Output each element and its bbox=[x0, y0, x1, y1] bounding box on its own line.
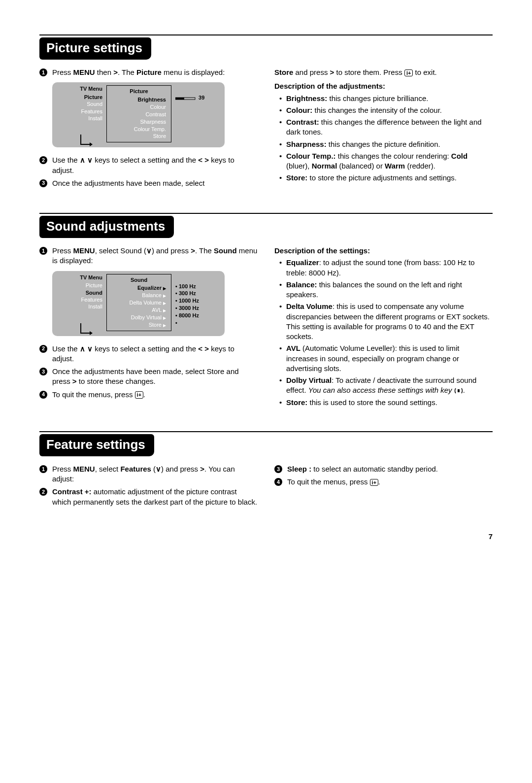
step-num-4: 4 bbox=[39, 391, 47, 399]
info-icon: i+ bbox=[404, 69, 413, 76]
sound-desc-list: Equalizer: to adjust the sound tone (fro… bbox=[274, 258, 493, 408]
feature-step-2: Contrast +: automatic adjustment of the … bbox=[52, 487, 258, 507]
right-arrow-icon: > bbox=[200, 465, 204, 473]
svg-rect-2 bbox=[458, 389, 460, 392]
osd-hook-icon bbox=[79, 135, 94, 148]
osd-sound-menu: TV Menu Picture Sound Features Install S… bbox=[52, 271, 225, 336]
sound-step-2: Use the ∧ ∨ keys to select a setting and… bbox=[52, 344, 258, 364]
osd-hz-item: 8000 Hz bbox=[179, 312, 199, 318]
osd-mid-item: Store bbox=[149, 322, 162, 328]
osd-hook-icon bbox=[79, 323, 94, 337]
picture-desc-head: Description of the adjustments: bbox=[274, 82, 385, 90]
osd-mid-head: Picture bbox=[112, 88, 166, 95]
osd-mid-item: Colour Temp. bbox=[112, 126, 166, 133]
step-num-1: 1 bbox=[39, 68, 47, 76]
sound-desc-head: Description of the settings: bbox=[274, 246, 370, 255]
feature-step-3: Sleep : to select an automatic standby p… bbox=[287, 464, 493, 474]
down-arrow-icon: ∨ bbox=[146, 246, 152, 255]
osd-mid-item: Colour bbox=[112, 103, 166, 111]
right-arrow-icon: > bbox=[330, 68, 334, 76]
picture-desc-list: Brightness: this changes picture brillia… bbox=[274, 94, 493, 183]
svg-rect-1 bbox=[175, 98, 184, 100]
info-icon: i+ bbox=[370, 479, 378, 486]
picture-step-1: Press MENU then >. The Picture menu is d… bbox=[52, 68, 258, 77]
sound-step-1: Press MENU, select Sound (∨) and press >… bbox=[52, 246, 258, 266]
step-num-3: 3 bbox=[39, 179, 47, 187]
osd-left-item: Sound bbox=[57, 101, 102, 107]
step-num-1: 1 bbox=[39, 465, 47, 473]
up-down-arrow-icon: ∧ ∨ bbox=[80, 156, 93, 164]
osd-picture-menu: TV Menu Picture Sound Features Install P… bbox=[52, 82, 225, 147]
divider bbox=[39, 34, 493, 35]
osd-left-item: Install bbox=[57, 115, 102, 122]
osd-slider: 39 bbox=[171, 85, 215, 102]
right-arrow-icon: > bbox=[191, 246, 195, 255]
osd-left-item: Picture bbox=[57, 282, 102, 289]
sound-step-3: Once the adjustments have been made, sel… bbox=[52, 367, 258, 387]
osd-mid-head: Sound bbox=[112, 276, 166, 284]
osd-hz-item: 3000 Hz bbox=[179, 305, 199, 311]
surround-icon bbox=[454, 386, 463, 394]
osd-mid-item: Balance bbox=[142, 292, 162, 298]
osd-left-item: Picture bbox=[57, 94, 102, 101]
osd-hz-item: 1000 Hz bbox=[179, 298, 199, 304]
heading-picture: Picture settings bbox=[39, 37, 151, 60]
picture-step-2: Use the ∧ ∨ keys to select a setting and… bbox=[52, 155, 258, 175]
info-icon: i+ bbox=[135, 391, 143, 398]
osd-mid-item: Equalizer bbox=[137, 285, 162, 291]
divider bbox=[39, 431, 493, 432]
osd-mid-item: Dolby Virtual bbox=[131, 314, 162, 320]
right-arrow-icon: > bbox=[72, 377, 77, 385]
left-right-arrow-icon: < > bbox=[198, 156, 209, 164]
osd-mid-item: Store bbox=[112, 133, 166, 140]
step-num-2: 2 bbox=[39, 488, 47, 496]
picture-step-3-cont: Store and press > to store them. Press i… bbox=[274, 68, 493, 77]
osd-left-head: TV Menu bbox=[57, 85, 102, 93]
osd-mid-item: Contrast bbox=[112, 111, 166, 118]
feature-step-1: Press MENU, select Features (∨) and pres… bbox=[52, 464, 258, 484]
osd-hz-item: 300 Hz bbox=[179, 290, 196, 296]
osd-left-head: TV Menu bbox=[57, 274, 102, 281]
osd-value: 39 bbox=[199, 95, 204, 101]
osd-left-item: Install bbox=[57, 303, 102, 310]
osd-mid-item: AVL bbox=[152, 307, 162, 313]
step-num-4: 4 bbox=[274, 478, 282, 486]
osd-mid-item: Brightness bbox=[112, 96, 166, 103]
step-num-3: 3 bbox=[39, 368, 47, 375]
divider bbox=[39, 213, 493, 214]
step-num-2: 2 bbox=[39, 345, 47, 353]
section-feature: Feature settings 1 Press MENU, select Fe… bbox=[39, 431, 493, 510]
heading-feature: Feature settings bbox=[39, 434, 154, 456]
step-num-1: 1 bbox=[39, 247, 47, 255]
osd-left-item: Sound bbox=[57, 289, 102, 296]
left-right-arrow-icon: < > bbox=[198, 344, 209, 353]
heading-sound: Sound adjustments bbox=[39, 216, 174, 238]
picture-step-3: Once the adjustments have been made, sel… bbox=[52, 178, 258, 188]
osd-hz-item: 100 Hz bbox=[179, 283, 196, 289]
step-num-2: 2 bbox=[39, 156, 47, 164]
osd-mid-item: Delta Volume bbox=[130, 300, 162, 306]
section-picture: Picture settings 1 Press MENU then >. Th… bbox=[39, 34, 493, 191]
right-arrow-icon: > bbox=[113, 68, 118, 76]
step-num-3: 3 bbox=[274, 465, 282, 473]
osd-mid-item: Sharpness bbox=[112, 118, 166, 126]
sound-step-4: To quit the menus, press i+. bbox=[52, 390, 258, 400]
osd-left-item: Features bbox=[57, 108, 102, 115]
page-number: 7 bbox=[39, 532, 493, 542]
up-down-arrow-icon: ∧ ∨ bbox=[80, 344, 93, 353]
section-sound: Sound adjustments 1 Press MENU, select S… bbox=[39, 213, 493, 409]
feature-step-4: To quit the menus, press i+. bbox=[287, 477, 493, 487]
osd-left-item: Features bbox=[57, 296, 102, 303]
down-arrow-icon: ∨ bbox=[156, 465, 161, 473]
